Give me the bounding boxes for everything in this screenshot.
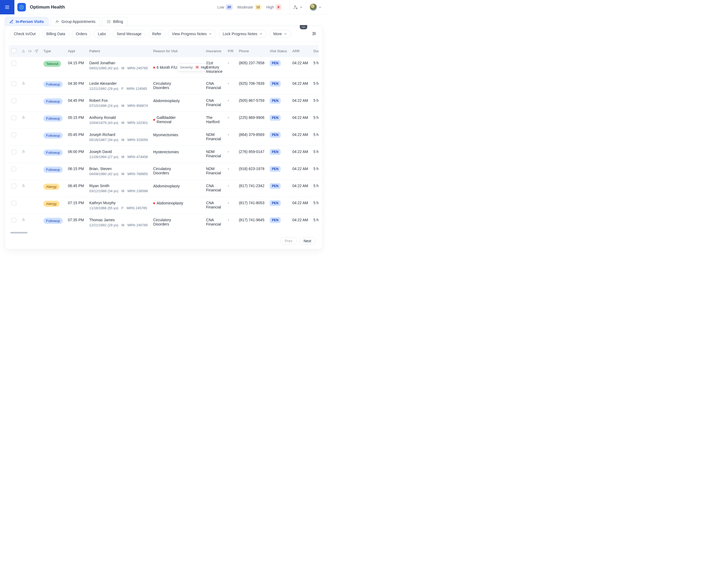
col-dur[interactable]: Duration bbox=[311, 45, 318, 57]
table-row[interactable]: Followup05:45 PMJoseph Richard05/16/1987… bbox=[9, 129, 318, 146]
prev-button[interactable]: Prev bbox=[280, 237, 297, 245]
cell-duration: 5 h, 41 m bbox=[311, 163, 318, 180]
tab-label: In-Person Visits bbox=[16, 20, 44, 24]
visit-type-badge: Followup bbox=[44, 150, 62, 156]
logo-icon bbox=[19, 5, 24, 9]
table-row[interactable]: Allergy06:45 PMRiyan Smith03/12/1988 (34… bbox=[9, 180, 318, 197]
profile-menu-button[interactable] bbox=[310, 3, 322, 11]
severity-high[interactable]: High 8 bbox=[266, 4, 281, 10]
visit-type-badge: Followup bbox=[44, 132, 62, 138]
filter-settings-button[interactable] bbox=[312, 31, 317, 37]
next-button[interactable]: Next bbox=[299, 237, 316, 245]
row-checkbox[interactable] bbox=[11, 98, 16, 103]
cell-arr: 04:22 AM bbox=[290, 95, 311, 112]
table-row[interactable]: Followup06:15 PMBrian, Steven04/09/1980 … bbox=[9, 163, 318, 180]
tab-label: Billing bbox=[113, 20, 123, 24]
table-row[interactable]: Followup04:45 PMRobert Fox07/15/1998 (24… bbox=[9, 95, 318, 112]
row-checkbox[interactable] bbox=[11, 218, 16, 223]
chevron-down-icon bbox=[259, 32, 263, 36]
table-row[interactable]: Followup04:30 PMLeslie Alexander12/21/19… bbox=[9, 78, 318, 95]
alert-dot-icon bbox=[153, 67, 155, 69]
action-check-in-out[interactable]: Check In/Out bbox=[10, 30, 40, 38]
cell-duration: 5 h, 41 m bbox=[311, 129, 318, 146]
col-appt[interactable]: Appt bbox=[65, 45, 86, 57]
table-row[interactable]: Televisit04:15 PMDavid Jonathan04/01/198… bbox=[9, 57, 318, 78]
row-checkbox[interactable] bbox=[11, 61, 16, 66]
cell-phone: (817) 741-2342 bbox=[236, 180, 267, 197]
tab-in-person-visits[interactable]: In-Person Visits bbox=[5, 17, 49, 26]
svg-point-7 bbox=[57, 21, 58, 22]
row-checkbox[interactable] bbox=[11, 81, 16, 86]
visits-card: Check In/Out Billing Data Orders Labs Se… bbox=[5, 26, 322, 249]
row-checkbox[interactable] bbox=[11, 116, 16, 120]
cell-appt: 04:45 PM bbox=[65, 95, 86, 112]
cell-pr: - bbox=[225, 197, 236, 214]
col-patient[interactable]: Patient bbox=[86, 45, 151, 57]
cell-patient[interactable]: Anthony Ronald10/04/1979 (43 yo)·M·MRN 1… bbox=[86, 112, 151, 129]
row-checkbox[interactable] bbox=[11, 132, 16, 137]
cell-patient[interactable]: David Jonathan04/01/1980 (42 yo)·M·MRN 2… bbox=[86, 57, 151, 78]
action-view-progress-notes[interactable]: View Progress Notes bbox=[168, 30, 216, 38]
col-reason[interactable]: Reason for Visit bbox=[151, 45, 203, 57]
table-row[interactable]: Allergy07:15 PMKathryn Murphy11/18/1966 … bbox=[9, 197, 318, 214]
table-scroll[interactable]: Type Appt Patient Reason for Visit Insur… bbox=[9, 45, 318, 231]
chevron-down-icon bbox=[318, 5, 322, 9]
table-row[interactable]: Followup05:15 PMAnthony Ronald10/04/1979… bbox=[9, 112, 318, 129]
action-more[interactable]: More bbox=[269, 30, 291, 38]
col-status[interactable]: Visit Status bbox=[267, 45, 290, 57]
patient-meta: 03/12/1988 (34 yo)·M·MRN 236598 bbox=[89, 189, 148, 193]
action-bar: Check In/Out Billing Data Orders Labs Se… bbox=[5, 26, 322, 42]
table-row[interactable]: Followup06:00 PMJoseph David11/26/1994 (… bbox=[9, 146, 318, 163]
tab-group-appointments[interactable]: Group Appointments bbox=[51, 17, 100, 26]
cell-phone: (918) 623-1978 bbox=[236, 163, 267, 180]
cell-patient[interactable]: Riyan Smith03/12/1988 (34 yo)·M·MRN 2365… bbox=[86, 180, 151, 197]
action-send-message[interactable]: Send Message bbox=[113, 30, 146, 38]
pencil-icon bbox=[9, 20, 14, 24]
action-refer[interactable]: Refer bbox=[148, 30, 165, 38]
visit-status-badge: PEN bbox=[270, 200, 281, 206]
person-gear-icon bbox=[293, 4, 298, 10]
col-phone[interactable]: Phone bbox=[236, 45, 267, 57]
cell-patient[interactable]: Thomas James12/21/1992 (29 yo)·M·MRN 245… bbox=[86, 214, 151, 231]
severity-moderate[interactable]: Moderate 12 bbox=[237, 4, 262, 10]
action-billing-data[interactable]: Billing Data bbox=[42, 30, 69, 38]
col-arr[interactable]: ARR bbox=[290, 45, 311, 57]
top-bar: Optimum Health Low 20 Moderate 12 High 8 bbox=[0, 0, 327, 15]
action-orders[interactable]: Orders bbox=[72, 30, 92, 38]
cell-appt: 04:30 PM bbox=[65, 78, 86, 95]
col-ins[interactable]: Insurance bbox=[203, 45, 225, 57]
cell-phone: (925) 706-7839 bbox=[236, 78, 267, 95]
app-logo[interactable] bbox=[15, 0, 29, 15]
table-row[interactable]: Followup07:35 PMThomas James12/21/1992 (… bbox=[9, 214, 318, 231]
cell-duration: 5 h, 41 m bbox=[311, 95, 318, 112]
cell-arr: 04:22 AM bbox=[290, 214, 311, 231]
visit-type-badge: Allergy bbox=[44, 201, 59, 207]
user-settings-button[interactable] bbox=[293, 4, 303, 10]
action-labs[interactable]: Labs bbox=[94, 30, 110, 38]
cell-patient[interactable]: Robert Fox07/15/1998 (24 yo)·M·MRN 95687… bbox=[86, 95, 151, 112]
cell-phone: (805) 237-7658 bbox=[236, 57, 267, 78]
cell-patient[interactable]: Brian, Steven04/09/1980 (42 yo)·M·MRN 78… bbox=[86, 163, 151, 180]
col-pr[interactable]: P/R bbox=[225, 45, 236, 57]
patient-meta: 12/21/1992 (29 yo)·F·MRN 124565 bbox=[89, 86, 148, 91]
row-checkbox[interactable] bbox=[11, 201, 16, 205]
row-checkbox[interactable] bbox=[11, 184, 16, 188]
cell-pr: - bbox=[225, 146, 236, 163]
patient-meta: 04/01/1980 (42 yo)·M·MRN 245785 bbox=[89, 66, 148, 70]
row-checkbox[interactable] bbox=[11, 167, 16, 171]
visit-status-badge: PEN bbox=[270, 81, 281, 86]
visit-type-badge: Followup bbox=[44, 218, 62, 224]
patient-meta: 05/16/1987 (34 yo)·M·MRN 320059 bbox=[89, 138, 148, 142]
cell-appt: 07:35 PM bbox=[65, 214, 86, 231]
tab-billing[interactable]: Billing bbox=[102, 17, 127, 26]
cell-patient[interactable]: Kathryn Murphy11/18/1966 (55 yo)·F·MRN 2… bbox=[86, 197, 151, 214]
cell-patient[interactable]: Joseph David11/26/1994 (27 yo)·M·MRN 474… bbox=[86, 146, 151, 163]
row-checkbox[interactable] bbox=[11, 150, 16, 154]
cell-patient[interactable]: Joseph Richard05/16/1987 (34 yo)·M·MRN 3… bbox=[86, 129, 151, 146]
action-lock-progress-notes[interactable]: Lock Progress Notes bbox=[219, 30, 267, 38]
severity-low[interactable]: Low 20 bbox=[217, 4, 233, 10]
col-type[interactable]: Type bbox=[41, 45, 65, 57]
menu-button[interactable] bbox=[0, 0, 15, 15]
select-all-checkbox[interactable] bbox=[11, 48, 16, 53]
cell-patient[interactable]: Leslie Alexander12/21/1992 (29 yo)·F·MRN… bbox=[86, 78, 151, 95]
